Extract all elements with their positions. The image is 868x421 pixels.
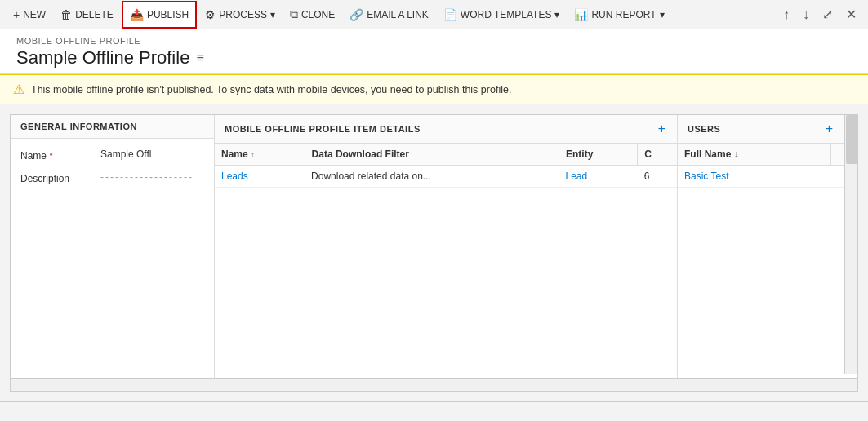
process-dropdown-icon: ▾ xyxy=(270,9,275,20)
name-row: Name * Sample Offl xyxy=(20,148,204,162)
details-header: MOBILE OFFLINE PROFILE ITEM DETAILS + xyxy=(215,115,677,144)
new-icon: + xyxy=(13,8,20,21)
toolbar-right-actions: ↑ ↓ ⤢ ✕ xyxy=(778,3,861,25)
details-table-header-row: Name ↑ Data Download Filter Entity C xyxy=(215,144,677,166)
clone-icon: ⧉ xyxy=(290,7,298,21)
page-header: MOBILE OFFLINE PROFILE Sample Offline Pr… xyxy=(0,29,868,74)
status-bar xyxy=(0,401,868,418)
users-table-header-row: Full Name ↓ xyxy=(678,144,844,166)
content-area: GENERAL INFORMATION Name * Sample Offl D… xyxy=(0,104,868,401)
name-sort-icon: ↑ xyxy=(251,150,255,159)
col-data-download-filter: Data Download Filter xyxy=(305,144,559,166)
delete-button[interactable]: 🗑 DELETE xyxy=(54,1,120,29)
entity-link[interactable]: Lead xyxy=(566,171,588,182)
page-menu-icon[interactable]: ≡ xyxy=(196,51,203,65)
email-link-icon: 🔗 xyxy=(349,8,363,21)
col-entity: Entity xyxy=(559,144,638,166)
general-info-panel: GENERAL INFORMATION Name * Sample Offl D… xyxy=(11,115,215,391)
description-value[interactable]: ------------------- xyxy=(100,171,204,183)
word-templates-button[interactable]: 📄 WORD TEMPLATES ▾ xyxy=(437,1,567,29)
delete-icon: 🗑 xyxy=(60,8,72,21)
arrow-up-button[interactable]: ↑ xyxy=(778,4,795,25)
required-indicator: * xyxy=(49,150,53,162)
warning-icon: ⚠ xyxy=(13,82,24,97)
cell-data-download-filter: Download related data on... xyxy=(305,166,559,188)
description-row: Description ------------------- xyxy=(20,171,204,184)
user-link[interactable]: Basic Test xyxy=(684,171,728,182)
panels-wrapper: GENERAL INFORMATION Name * Sample Offl D… xyxy=(10,114,858,392)
name-value[interactable]: Sample Offl xyxy=(100,148,204,160)
vertical-scrollbar[interactable] xyxy=(844,115,857,374)
resize-button[interactable]: ⤢ xyxy=(817,3,838,25)
table-row: Leads Download related data on... Lead 6 xyxy=(215,166,677,188)
page-title: Sample Offline Profile ≡ xyxy=(16,47,852,69)
process-button[interactable]: ⚙ PROCESS ▾ xyxy=(198,1,282,29)
col-sep-users xyxy=(831,144,845,166)
leads-link[interactable]: Leads xyxy=(221,171,248,182)
general-info-form: Name * Sample Offl Description ---------… xyxy=(11,139,214,204)
col-full-name: Full Name ↓ xyxy=(678,144,831,166)
warning-message: This mobile offline profile isn't publis… xyxy=(31,84,511,95)
col-c: C xyxy=(638,144,677,166)
general-info-header: GENERAL INFORMATION xyxy=(11,115,214,139)
run-report-icon: 📊 xyxy=(574,8,588,21)
scrollbar-thumb[interactable] xyxy=(846,115,857,164)
details-add-button[interactable]: + xyxy=(657,122,667,136)
new-button[interactable]: + NEW xyxy=(7,1,52,29)
section-label: MOBILE OFFLINE PROFILE xyxy=(16,36,852,46)
users-panel: USERS + Full Name ↓ Basic Test xyxy=(678,115,857,391)
users-add-button[interactable]: + xyxy=(824,122,835,136)
description-label: Description xyxy=(20,171,94,184)
publish-icon: 📤 xyxy=(130,8,144,21)
user-row: Basic Test xyxy=(678,166,844,188)
close-button[interactable]: ✕ xyxy=(841,3,861,25)
word-icon: 📄 xyxy=(443,8,457,21)
name-label: Name * xyxy=(20,148,94,162)
process-icon: ⚙ xyxy=(205,8,216,21)
users-table: Full Name ↓ Basic Test xyxy=(678,144,844,188)
horizontal-scrollbar[interactable] xyxy=(11,378,857,391)
arrow-down-button[interactable]: ↓ xyxy=(798,4,814,25)
cell-full-name: Basic Test xyxy=(678,166,831,188)
warning-banner: ⚠ This mobile offline profile isn't publ… xyxy=(0,74,868,104)
run-report-dropdown-icon: ▾ xyxy=(660,9,665,20)
details-table: Name ↑ Data Download Filter Entity C Lea… xyxy=(215,144,677,188)
cell-name: Leads xyxy=(215,166,305,188)
clone-button[interactable]: ⧉ CLONE xyxy=(283,1,341,29)
col-name: Name ↑ xyxy=(215,144,305,166)
toolbar: + NEW 🗑 DELETE 📤 PUBLISH ⚙ PROCESS ▾ ⧉ C… xyxy=(0,0,868,29)
full-name-sort-icon: ↓ xyxy=(734,148,739,160)
run-report-button[interactable]: 📊 RUN REPORT ▾ xyxy=(568,1,670,29)
email-link-button[interactable]: 🔗 EMAIL A LINK xyxy=(343,1,435,29)
users-header: USERS + xyxy=(678,115,844,144)
publish-button[interactable]: 📤 PUBLISH xyxy=(122,1,197,29)
details-panel: MOBILE OFFLINE PROFILE ITEM DETAILS + Na… xyxy=(215,115,678,391)
cell-c: 6 xyxy=(638,166,677,188)
word-dropdown-icon: ▾ xyxy=(554,9,559,20)
cell-entity: Lead xyxy=(559,166,638,188)
